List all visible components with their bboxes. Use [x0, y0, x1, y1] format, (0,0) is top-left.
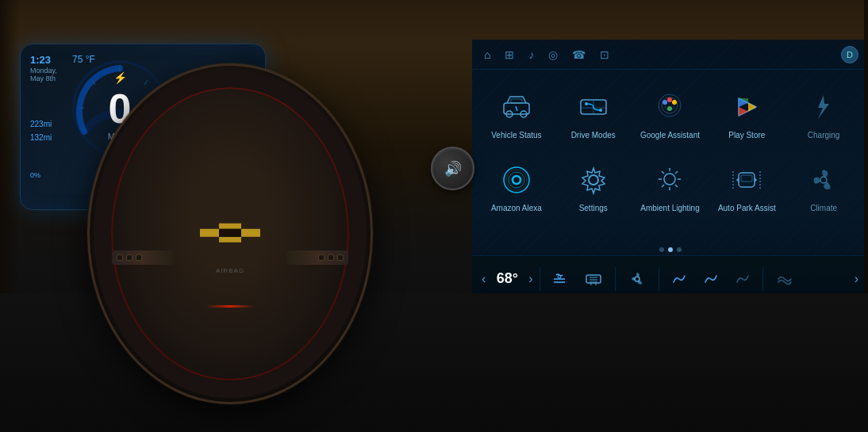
red-trim-indicator [206, 305, 254, 308]
chevy-logo [198, 219, 262, 247]
cluster-range2: 132mi [30, 133, 52, 142]
temp-decrease-button[interactable]: ‹ [482, 272, 486, 286]
d-badge: D [841, 46, 858, 63]
spoke-btn-2[interactable] [126, 254, 133, 261]
defroster-button[interactable] [580, 269, 607, 289]
app-settings[interactable]: Settings [557, 155, 630, 220]
climate-label: Climate [810, 204, 837, 213]
volume-knob[interactable]: 🔊 [431, 147, 474, 190]
airbag-label: AIRBAG [216, 267, 244, 274]
svg-point-46 [820, 177, 827, 183]
ambient-lighting-icon-wrap [649, 161, 690, 199]
charging-icon-wrap [803, 88, 844, 126]
climate-controls [547, 267, 848, 291]
nav-home-icon[interactable]: ⌂ [484, 48, 490, 61]
settings-icon-wrap [573, 161, 614, 199]
fan-wave-2[interactable] [699, 270, 723, 289]
climate-right-arrow[interactable]: › [855, 272, 858, 286]
ambient-lighting-label: Ambient Lighting [640, 204, 700, 213]
auto-park-icon-wrap [726, 161, 767, 199]
google-assistant-label: Google Assistant [640, 131, 700, 140]
charging-label: Charging [808, 131, 840, 140]
spoke-btn-6[interactable] [337, 254, 344, 261]
rear-heat-button[interactable] [771, 269, 798, 289]
auto-park-assist-label: Auto Park Assist [718, 204, 776, 213]
spoke-btn-3[interactable] [136, 254, 142, 261]
svg-line-41 [662, 185, 664, 187]
cluster-range1: 223mi [30, 120, 52, 128]
nav-camera-icon[interactable]: ⊡ [600, 48, 609, 61]
page-indicator [472, 247, 868, 252]
temp-value: 68° [492, 270, 522, 287]
cluster-date-1: Monday, [30, 67, 57, 75]
spoke-btn-4[interactable] [318, 254, 325, 261]
svg-point-32 [589, 175, 598, 185]
settings-label: Settings [579, 204, 608, 213]
app-charging[interactable]: Charging [787, 82, 860, 147]
temperature-display: 68° [492, 270, 522, 287]
amazon-alexa-label: Amazon Alexa [491, 204, 542, 213]
svg-point-28 [504, 167, 529, 193]
fan-wave-1[interactable] [667, 270, 691, 289]
svg-line-39 [675, 185, 678, 187]
volume-icon: 🔊 [444, 160, 462, 178]
drive-modes-icon-wrap [573, 88, 614, 126]
svg-point-33 [664, 174, 675, 185]
spoke-btn-1[interactable] [117, 254, 123, 261]
main-scene: 1:23 75 °F Monday, May 8th ⚡ [0, 0, 868, 432]
range-pct: 0% [30, 171, 40, 179]
climate-divider-1 [540, 267, 540, 291]
climate-divider-2 [615, 267, 616, 291]
app-play-store[interactable]: Play Store [710, 82, 783, 147]
page-dot-3[interactable] [677, 247, 682, 252]
infotainment-display: ⌂ ⊞ ♪ ◎ ☎ ⊡ D [472, 40, 868, 301]
vehicle-status-label: Vehicle Status [491, 131, 541, 140]
spoke-right [286, 250, 348, 265]
play-store-icon-wrap [726, 88, 767, 126]
drive-modes-label: Drive Modes [571, 131, 616, 140]
nav-map-icon[interactable]: ◎ [548, 48, 558, 61]
climate-divider-3 [659, 267, 659, 291]
play-store-label: Play Store [728, 131, 765, 140]
vehicle-status-icon-wrap [496, 88, 537, 126]
cluster-time: 1:23 [30, 54, 51, 66]
svg-point-23 [667, 97, 672, 102]
climate-icon-wrap [803, 161, 844, 199]
fan-button[interactable] [624, 268, 651, 290]
svg-line-15 [516, 106, 517, 111]
app-vehicle-status[interactable]: Vehicle Status [480, 82, 553, 147]
page-dot-2[interactable] [668, 247, 673, 252]
svg-text:⚡: ⚡ [113, 71, 128, 85]
app-climate[interactable]: Climate [787, 155, 860, 220]
app-google-assistant[interactable]: Google Assistant [634, 82, 707, 147]
temp-increase-button[interactable]: › [528, 272, 532, 286]
spoke-btn-5[interactable] [328, 254, 334, 261]
nav-grid-icon[interactable]: ⊞ [505, 48, 514, 61]
temp-number: 68 [497, 270, 513, 286]
amazon-alexa-icon-wrap [496, 161, 537, 199]
temp-deg: ° [513, 270, 518, 286]
nav-phone-icon[interactable]: ☎ [572, 48, 586, 61]
climate-divider-4 [762, 267, 763, 291]
nav-music-icon[interactable]: ♪ [528, 48, 534, 61]
svg-line-40 [675, 171, 678, 174]
google-assistant-icon-wrap [649, 88, 690, 126]
app-grid: Vehicle Status Drive Modes [472, 75, 868, 226]
app-ambient-lighting[interactable]: Ambient Lighting [634, 155, 707, 220]
page-dot-1[interactable] [659, 247, 664, 252]
steering-wheel: AIRBAG [87, 63, 373, 404]
seat-heat-button[interactable] [547, 269, 572, 289]
svg-line-5 [144, 80, 148, 85]
svg-rect-43 [741, 175, 752, 182]
spoke-left [112, 250, 174, 265]
svg-line-38 [662, 171, 664, 174]
fan-wave-3[interactable] [731, 270, 755, 289]
app-auto-park-assist[interactable]: Auto Park Assist [710, 155, 783, 220]
app-amazon-alexa[interactable]: Amazon Alexa [480, 155, 553, 220]
app-drive-modes[interactable]: Drive Modes [557, 82, 630, 147]
cluster-date-2: May 8th [30, 75, 56, 82]
top-nav: ⌂ ⊞ ♪ ◎ ☎ ⊡ D [472, 40, 868, 70]
